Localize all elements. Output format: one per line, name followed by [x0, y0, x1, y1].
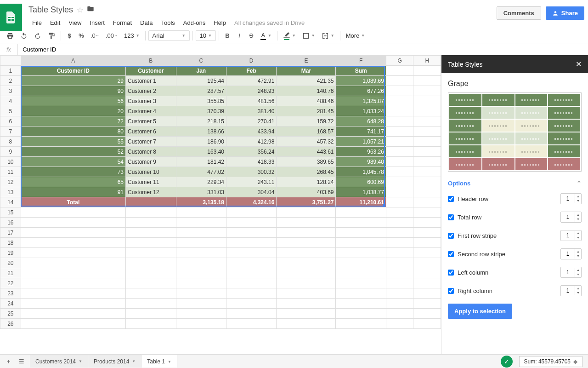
row-header[interactable]: 17	[0, 228, 21, 238]
empty-cell[interactable]	[226, 228, 276, 238]
data-cell[interactable]: 52	[21, 147, 125, 157]
menu-insert[interactable]: Insert	[86, 17, 108, 28]
empty-cell[interactable]	[176, 218, 226, 228]
row-header[interactable]: 20	[0, 258, 21, 268]
data-cell[interactable]: 168.57	[277, 126, 336, 137]
row-header[interactable]: 8	[0, 137, 21, 147]
row-header[interactable]: 24	[0, 299, 21, 309]
data-cell[interactable]: 56	[21, 96, 125, 106]
row-header[interactable]: 11	[0, 167, 21, 177]
empty-cell[interactable]	[277, 218, 336, 228]
data-cell[interactable]: Customer 2	[126, 86, 176, 96]
menu-data[interactable]: Data	[136, 17, 156, 28]
data-cell[interactable]: 159.72	[277, 116, 336, 126]
more-dropdown[interactable]: More ▼	[343, 31, 368, 40]
tab-dropdown-icon[interactable]: ▼	[168, 360, 171, 364]
empty-cell[interactable]	[176, 319, 226, 329]
options-header[interactable]: Options ⌃	[448, 180, 582, 187]
data-cell[interactable]: 1,045.78	[336, 167, 386, 177]
empty-cell[interactable]	[336, 309, 386, 319]
menu-help[interactable]: Help	[210, 17, 230, 28]
empty-cell[interactable]	[277, 238, 336, 248]
font-family-dropdown[interactable]: Arial▼	[148, 30, 190, 41]
row-header[interactable]: 22	[0, 278, 21, 288]
borders-dropdown[interactable]: ▼	[300, 31, 318, 40]
empty-cell[interactable]	[126, 309, 176, 319]
empty-cell[interactable]	[21, 268, 125, 278]
data-cell[interactable]: 412.98	[226, 137, 276, 147]
empty-cell[interactable]	[226, 207, 276, 218]
close-icon[interactable]: ✕	[576, 60, 582, 69]
table-header-cell[interactable]: Mar	[277, 66, 336, 76]
empty-cell[interactable]	[413, 207, 441, 218]
empty-cell[interactable]	[336, 288, 386, 299]
spinner-up-icon[interactable]: ▲	[575, 268, 581, 272]
row-header[interactable]: 15	[0, 207, 21, 218]
table-header-cell[interactable]: Customer ID	[21, 66, 125, 76]
data-cell[interactable]: 356.24	[226, 147, 276, 157]
tab-dropdown-icon[interactable]: ▼	[79, 359, 82, 363]
empty-cell[interactable]	[176, 248, 226, 258]
data-cell[interactable]: Customer 1	[126, 76, 176, 86]
empty-cell[interactable]	[413, 319, 441, 329]
menu-view[interactable]: View	[65, 17, 85, 28]
empty-cell[interactable]	[413, 228, 441, 238]
spreadsheet-grid[interactable]: ABCDEFGH1Customer IDCustomerJanFebMarSum…	[0, 55, 441, 329]
option-checkbox[interactable]	[448, 233, 454, 239]
row-header[interactable]: 6	[0, 116, 21, 126]
paint-format-icon[interactable]	[45, 30, 58, 42]
data-cell[interactable]: 248.93	[226, 86, 276, 96]
empty-cell[interactable]	[413, 288, 441, 299]
spinner-down-icon[interactable]: ▼	[575, 254, 581, 259]
empty-cell[interactable]	[21, 319, 125, 329]
sheets-logo[interactable]	[0, 4, 22, 31]
row-header[interactable]: 7	[0, 126, 21, 137]
row-header[interactable]: 26	[0, 319, 21, 329]
spinner-up-icon[interactable]: ▲	[575, 231, 581, 236]
data-cell[interactable]: 403.69	[277, 187, 336, 197]
data-cell[interactable]: 281.45	[277, 106, 336, 116]
data-cell[interactable]: 90	[21, 86, 125, 96]
menu-edit[interactable]: Edit	[46, 17, 64, 28]
data-cell[interactable]: 163.40	[176, 147, 226, 157]
data-cell[interactable]: Customer 7	[126, 137, 176, 147]
table-header-cell[interactable]: Feb	[226, 66, 276, 76]
empty-cell[interactable]	[126, 228, 176, 238]
empty-cell[interactable]	[336, 248, 386, 258]
spinner-down-icon[interactable]: ▼	[575, 199, 581, 203]
data-cell[interactable]: 443.61	[277, 147, 336, 157]
data-cell[interactable]: Customer 10	[126, 167, 176, 177]
data-cell[interactable]: 20	[21, 106, 125, 116]
option-0[interactable]: Header row	[448, 196, 488, 202]
explore-icon[interactable]: ✓	[501, 356, 513, 368]
row-header[interactable]: 19	[0, 248, 21, 258]
empty-cell[interactable]	[176, 309, 226, 319]
option-2[interactable]: First row stripe	[448, 232, 497, 239]
data-cell[interactable]: 418.33	[226, 157, 276, 167]
share-button[interactable]: Share	[546, 6, 584, 20]
empty-cell[interactable]	[413, 299, 441, 309]
empty-cell[interactable]	[21, 278, 125, 288]
empty-cell[interactable]	[176, 228, 226, 238]
row-header[interactable]: 5	[0, 106, 21, 116]
strikethrough-icon[interactable]: S	[246, 30, 257, 42]
data-cell[interactable]: 186.90	[176, 137, 226, 147]
col-header-C[interactable]: C	[176, 56, 226, 66]
option-4[interactable]: Left column	[448, 269, 488, 276]
empty-cell[interactable]	[336, 299, 386, 309]
menu-format[interactable]: Format	[109, 17, 136, 28]
empty-cell[interactable]	[21, 258, 125, 268]
table-header-cell[interactable]: Customer	[126, 66, 176, 76]
empty-cell[interactable]	[226, 218, 276, 228]
row-header[interactable]: 21	[0, 268, 21, 278]
data-cell[interactable]: 433.94	[226, 126, 276, 137]
format-currency-icon[interactable]: $	[64, 30, 75, 42]
empty-cell[interactable]	[126, 258, 176, 268]
empty-cell[interactable]	[21, 299, 125, 309]
spinner-up-icon[interactable]: ▲	[575, 286, 581, 291]
empty-cell[interactable]	[336, 258, 386, 268]
empty-cell[interactable]	[176, 238, 226, 248]
empty-cell[interactable]	[226, 248, 276, 258]
empty-cell[interactable]	[336, 268, 386, 278]
empty-cell[interactable]	[176, 288, 226, 299]
